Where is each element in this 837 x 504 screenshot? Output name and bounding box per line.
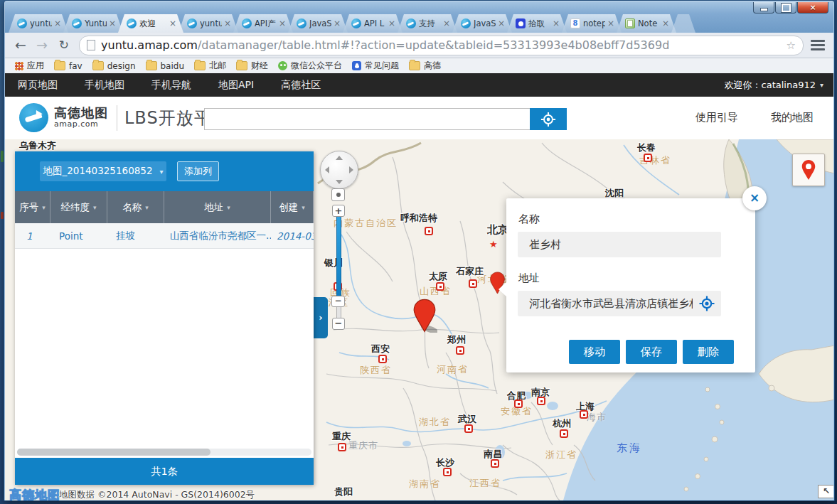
move-button[interactable]: 移动 [569, 340, 620, 364]
bookmark-label: 北邮 [209, 60, 226, 72]
bookmark-3[interactable]: design [92, 61, 136, 71]
browser-tab-10[interactable]: 拾取× [507, 14, 567, 33]
link-usage-guide[interactable]: 使用引导 [695, 111, 738, 124]
tab-close-icon[interactable]: × [279, 19, 286, 28]
add-marker-tool-button[interactable] [792, 154, 825, 186]
bookmark-9[interactable]: 高德 [409, 60, 441, 72]
bookmark-4[interactable]: baidu [146, 61, 185, 71]
panel-expand-handle[interactable]: › [314, 297, 328, 338]
tab-close-icon[interactable]: × [388, 19, 395, 28]
dataset-dropdown[interactable]: 地图_20140325160852 ▾ [40, 161, 166, 181]
bookmark-star-icon[interactable]: ☆ [787, 39, 796, 52]
forward-button[interactable]: → [36, 38, 48, 52]
add-column-button[interactable]: 添加列 [177, 161, 219, 181]
column-header-1[interactable]: 序号▾ [15, 191, 50, 223]
overview-map-toggle-button[interactable]: ↖ [818, 485, 833, 498]
column-header-5[interactable]: 创建▾ [271, 191, 314, 223]
brand-domain: amap.com [54, 120, 108, 129]
sort-arrow-icon[interactable]: ▾ [227, 204, 230, 211]
browser-tab-7[interactable]: API L× [343, 14, 402, 33]
reload-button[interactable]: ↻ [59, 39, 69, 51]
column-header-2[interactable]: 经纬度▾ [50, 191, 107, 223]
tab-close-icon[interactable]: × [54, 19, 61, 28]
map-city-label: 重庆 [332, 430, 351, 443]
browser-tab-9[interactable]: JavaS× [452, 14, 512, 33]
address-bar[interactable]: yuntu.amap.com/datamanager/table.html#!?… [79, 36, 804, 55]
zoom-out-button[interactable]: − [332, 318, 345, 330]
sort-arrow-icon[interactable]: ▾ [302, 204, 305, 211]
site-nav-item-3[interactable]: 手机导航 [151, 79, 191, 92]
data-panel: 地图_20140325160852 ▾ 添加列 序号▾经纬度▾名称▾地址▾创建▾… [15, 151, 314, 485]
column-header-3[interactable]: 名称▾ [107, 191, 164, 223]
bookmark-1[interactable]: 应用 [15, 60, 44, 72]
sort-arrow-icon[interactable]: ▾ [145, 204, 149, 211]
bookmark-2[interactable]: fav [54, 61, 82, 71]
save-button[interactable]: 保存 [626, 340, 677, 364]
browser-tab-12[interactable]: Note× [617, 14, 676, 33]
tab-close-icon[interactable]: × [224, 19, 231, 28]
back-button[interactable]: ← [15, 38, 26, 52]
tab-close-icon[interactable]: × [498, 19, 505, 28]
map-reset-button[interactable] [331, 188, 345, 201]
delete-button[interactable]: 删除 [683, 340, 734, 364]
bookmark-label: 微信公众平台 [291, 60, 342, 72]
sort-arrow-icon[interactable]: ▾ [42, 204, 46, 211]
browser-tab-8[interactable]: 支持× [398, 14, 457, 33]
pan-up-icon[interactable] [336, 156, 343, 160]
tab-close-icon[interactable]: × [109, 19, 116, 28]
zoom-slider-handle[interactable]: − [331, 296, 345, 307]
map-pan-control[interactable] [320, 151, 358, 189]
map-city-label: 杭州 [553, 417, 571, 430]
pan-right-icon[interactable] [349, 166, 353, 173]
pan-left-icon[interactable] [325, 166, 329, 173]
tab-close-icon[interactable]: × [169, 19, 176, 28]
tab-close-icon[interactable]: × [662, 19, 669, 28]
pan-down-icon[interactable] [336, 180, 343, 184]
column-header-4[interactable]: 地址▾ [164, 191, 271, 223]
browser-tab-2[interactable]: Yuntu× [63, 14, 123, 33]
tab-close-icon[interactable]: × [443, 19, 450, 28]
window-close-button[interactable]: × [797, 2, 828, 14]
horizontal-scrollbar[interactable] [17, 449, 311, 456]
new-tab-button[interactable] [671, 14, 695, 33]
city-marker-icon [456, 346, 464, 355]
bookmark-5[interactable]: 北邮 [194, 60, 226, 72]
browser-tab-3[interactable]: 欢迎× [118, 14, 183, 33]
popup-address-input[interactable] [518, 291, 721, 316]
welcome-user-menu[interactable]: 欢迎你：catalina912 ▾ [725, 79, 833, 92]
amap-logo[interactable]: 高德地图 amap.com LBS开放平台 [19, 103, 230, 132]
tab-close-icon[interactable]: × [607, 19, 614, 28]
geocode-locate-button[interactable] [698, 295, 715, 312]
search-locate-button[interactable] [530, 108, 567, 130]
site-nav-item-1[interactable]: 网页地图 [18, 79, 58, 92]
menu-icon[interactable] [811, 40, 825, 50]
zoom-in-button[interactable]: + [332, 205, 345, 217]
city-marker-icon [560, 429, 568, 438]
table-row[interactable]: 1 Point 挂坡 山西省临汾市尧都区一... 2014-03- [15, 223, 314, 249]
scrollbar-thumb[interactable] [17, 449, 210, 456]
bookmark-6[interactable]: 财经 [236, 60, 268, 72]
site-nav-item-4[interactable]: 地图API [218, 79, 254, 92]
popup-name-input[interactable] [518, 232, 721, 257]
search-input[interactable] [204, 108, 530, 130]
site-nav-item-5[interactable]: 高德社区 [281, 79, 321, 92]
browser-tab-4[interactable]: yuntu× [178, 14, 238, 33]
window-titlebar[interactable]: × [4, 1, 834, 14]
site-nav-item-2[interactable]: 手机地图 [85, 79, 124, 92]
tab-label: yuntu [200, 18, 222, 28]
bookmark-7[interactable]: 微信公众平台 [278, 60, 342, 72]
browser-tab-1[interactable]: yuntu× [9, 14, 68, 33]
browser-tab-11[interactable]: 8notep× [562, 14, 622, 33]
browser-tab-5[interactable]: API产× [233, 14, 293, 33]
tab-close-icon[interactable]: × [334, 19, 341, 28]
window-maximize-button[interactable] [775, 2, 796, 14]
popup-close-button[interactable]: × [742, 186, 767, 210]
window-minimize-button[interactable] [753, 2, 774, 14]
bookmark-8[interactable]: 常见问题 [352, 60, 399, 72]
map-area[interactable]: 内蒙古自治区吉林省河北省山西省回族治区陕西省河南省湖北省安徽省浙江省湖南省江西省… [5, 139, 833, 500]
sort-arrow-icon[interactable]: ▾ [93, 204, 97, 211]
selected-point-pin-icon[interactable] [412, 299, 437, 333]
browser-tab-6[interactable]: JavaS× [288, 14, 348, 33]
link-my-maps[interactable]: 我的地图 [771, 111, 814, 124]
tab-close-icon[interactable]: × [553, 19, 560, 28]
